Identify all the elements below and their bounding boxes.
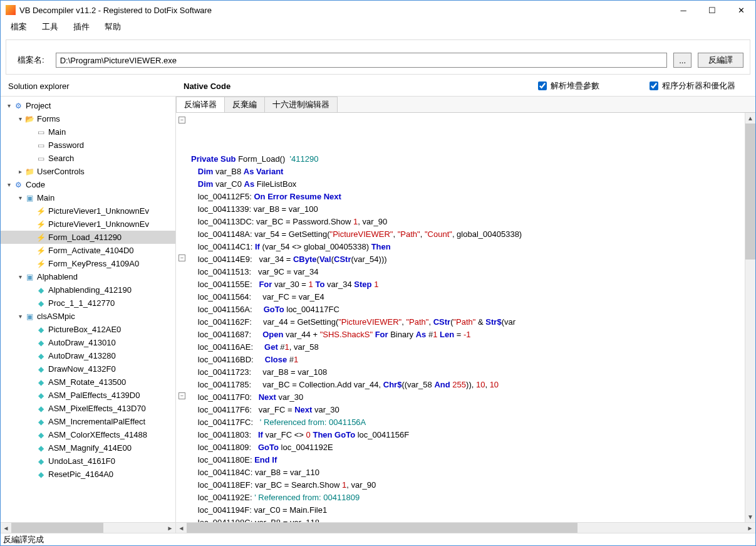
close-button[interactable]: ✕ — [727, 1, 755, 19]
method-icon: ◆ — [36, 378, 46, 387]
tree-item-ASM_Magnify_414E00[interactable]: ◆ASM_Magnify_414E00 — [1, 441, 175, 454]
proc-icon: ⚡ — [36, 220, 46, 229]
tree-item-PictureBox_412AE0[interactable]: ◆PictureBox_412AE0 — [1, 323, 175, 336]
code-line: loc_004116AE: Get #1, var_58 — [191, 341, 745, 354]
minimize-button[interactable]: ─ — [669, 1, 698, 19]
scroll-up-icon[interactable]: ▲ — [745, 113, 755, 123]
tree-item-ASM_PalEffects_4139D0[interactable]: ◆ASM_PalEffects_4139D0 — [1, 389, 175, 402]
menubar: 檔案工具插件幫助 — [1, 19, 755, 34]
tree-item-PictureViever1_UnknownEv[interactable]: ⚡PictureViever1_UnknownEv — [1, 204, 175, 218]
expand-toggle-icon[interactable]: ▾ — [4, 181, 13, 188]
code-vscrollbar[interactable]: ▲ ▼ — [745, 113, 755, 522]
tree-item-ASM_PixelEffects_413D70[interactable]: ◆ASM_PixelEffects_413D70 — [1, 402, 175, 415]
parse-stack-checkbox[interactable]: 解析堆疊參數 — [538, 80, 599, 92]
method-icon: ◆ — [36, 365, 46, 374]
method-icon: ◆ — [36, 457, 46, 466]
tree-item-ASM_ColorXEffects_41488[interactable]: ◆ASM_ColorXEffects_41488 — [1, 428, 175, 441]
analyzer-check-input[interactable] — [650, 81, 658, 90]
menu-幫助[interactable]: 幫助 — [98, 20, 127, 34]
status-bar: 反編譯完成 — [1, 533, 755, 545]
tree-item-ASM_Rotate_413500[interactable]: ◆ASM_Rotate_413500 — [1, 375, 175, 389]
file-label: 檔案名: — [13, 55, 49, 66]
expand-toggle-icon[interactable]: ▾ — [16, 194, 24, 201]
tree-item-Search[interactable]: ▭Search — [1, 152, 175, 165]
method-icon: ◆ — [36, 299, 46, 308]
code-line: loc_00411785: var_BC = Collection.Add va… — [191, 379, 745, 391]
tree-item-UndoLast_4161F0[interactable]: ◆UndoLast_4161F0 — [1, 454, 175, 468]
tree-item-label: ASM_PixelEffects_413D70 — [48, 404, 146, 413]
expand-toggle-icon[interactable]: ▾ — [16, 273, 24, 280]
tree-item-Project[interactable]: ▾⚙Project — [1, 99, 175, 112]
tree-item-label: clsASMpic — [37, 312, 75, 321]
tree-item-Forms[interactable]: ▾📂Forms — [1, 112, 175, 125]
tree-item-PictureViever1_UnknownEv[interactable]: ⚡PictureViever1_UnknownEv — [1, 218, 175, 231]
tree-item-ResetPic_4164A0[interactable]: ◆ResetPic_4164A0 — [1, 468, 175, 481]
gear-icon: ⚙ — [13, 102, 23, 110]
tab-反棄編[interactable]: 反棄編 — [224, 97, 265, 112]
method-icon: ◆ — [36, 404, 46, 413]
tree-item-label: Password — [48, 140, 84, 150]
file-path-input[interactable] — [56, 53, 668, 68]
code-line: loc_0041148A: var_54 = GetSetting("Pictu… — [191, 228, 745, 241]
tree-item-label: UndoLast_4161F0 — [48, 456, 115, 466]
code-line: loc_00411513: var_9C = var_34 — [191, 266, 745, 278]
maximize-button[interactable]: ☐ — [698, 1, 727, 19]
browse-button[interactable]: ... — [673, 53, 691, 68]
tree-item-UserControls[interactable]: ▸📁UserControls — [1, 165, 175, 178]
code-editor[interactable]: −−− Private Sub Form_Load() '411290 Dim … — [176, 113, 745, 522]
proc-icon: ⚡ — [36, 260, 46, 268]
tree-item-Alphablend[interactable]: ▾▣Alphablend — [1, 270, 175, 283]
tree-item-Main[interactable]: ▾▣Main — [1, 191, 175, 204]
scroll-right-icon[interactable]: ► — [165, 523, 175, 533]
tree-item-Code[interactable]: ▾⚙Code — [1, 178, 175, 191]
tree-hscrollbar[interactable]: ◄ ► — [1, 522, 175, 533]
menu-檔案[interactable]: 檔案 — [4, 20, 33, 34]
expand-toggle-icon[interactable]: ▾ — [16, 115, 24, 122]
tree-item-Form_KeyPress_4109A0[interactable]: ⚡Form_KeyPress_4109A0 — [1, 257, 175, 270]
tree-item-ASM_IncrementalPalEffect[interactable]: ◆ASM_IncrementalPalEffect — [1, 415, 175, 428]
tree-item-label: Alphablend — [37, 272, 78, 281]
menu-插件[interactable]: 插件 — [67, 20, 96, 34]
tree-item-Main[interactable]: ▭Main — [1, 125, 175, 139]
tree-item-Alphablending_412190[interactable]: ◆Alphablending_412190 — [1, 283, 175, 297]
tree-item-DrawNow_4132F0[interactable]: ◆DrawNow_4132F0 — [1, 362, 175, 375]
scroll-left-icon[interactable]: ◄ — [1, 523, 11, 533]
tab-反编译器[interactable]: 反编译器 — [176, 97, 225, 112]
method-icon: ◆ — [36, 444, 46, 453]
decompile-button[interactable]: 反編譯 — [698, 53, 743, 68]
tree-item-label: Main — [48, 127, 66, 137]
code-line: loc_0041198C: var_B8 = var_118 — [191, 517, 745, 522]
expand-toggle-icon[interactable]: ▾ — [4, 102, 13, 109]
code-line: loc_00411723: var_B8 = var_108 — [191, 366, 745, 379]
menu-工具[interactable]: 工具 — [36, 20, 65, 34]
analyzer-checkbox[interactable]: 程序分析器和優化器 — [650, 80, 735, 92]
expand-toggle-icon[interactable]: ▾ — [16, 313, 24, 320]
fold-toggle-icon[interactable]: − — [179, 117, 185, 123]
scroll-right-icon[interactable]: ► — [745, 523, 755, 533]
tree-item-label: Code — [26, 180, 45, 189]
tree-item-Form_Activate_4104D0[interactable]: ⚡Form_Activate_4104D0 — [1, 244, 175, 257]
fold-toggle-icon[interactable]: − — [179, 255, 185, 261]
fold-toggle-icon[interactable]: − — [179, 392, 185, 399]
tree-item-label: Search — [48, 154, 74, 163]
tree-item-label: ASM_ColorXEffects_41488 — [48, 430, 147, 439]
proc-icon: ⚡ — [36, 246, 46, 255]
expand-toggle-icon[interactable]: ▸ — [16, 168, 24, 175]
parse-stack-check-input[interactable] — [538, 81, 547, 90]
tree-item-Proc_1_1_412770[interactable]: ◆Proc_1_1_412770 — [1, 297, 175, 310]
code-line: loc_004113DC: var_BC = Password.Show 1, … — [191, 216, 745, 228]
code-hscrollbar[interactable]: ◄ ► — [176, 522, 755, 533]
scroll-down-icon[interactable]: ▼ — [745, 512, 755, 522]
tree-item-clsASMpic[interactable]: ▾▣clsASMpic — [1, 310, 175, 323]
tree-item-label: Alphablending_412190 — [48, 285, 132, 295]
tree-item-AutoDraw_413010[interactable]: ◆AutoDraw_413010 — [1, 336, 175, 349]
solution-explorer-label: Solution explorer — [8, 81, 184, 91]
tree-item-Form_Load_411290[interactable]: ⚡Form_Load_411290 — [1, 231, 175, 244]
tree-item-label: AutoDraw_413010 — [48, 338, 116, 347]
scroll-left-icon[interactable]: ◄ — [176, 523, 187, 533]
project-tree[interactable]: ▾⚙Project▾📂Forms ▭Main ▭Password ▭Search… — [1, 97, 175, 522]
tree-item-Password[interactable]: ▭Password — [1, 139, 175, 152]
tree-item-AutoDraw_413280[interactable]: ◆AutoDraw_413280 — [1, 349, 175, 362]
tree-item-label: ASM_Magnify_414E00 — [48, 443, 132, 453]
tab-十六进制编辑器[interactable]: 十六进制编辑器 — [264, 97, 338, 112]
